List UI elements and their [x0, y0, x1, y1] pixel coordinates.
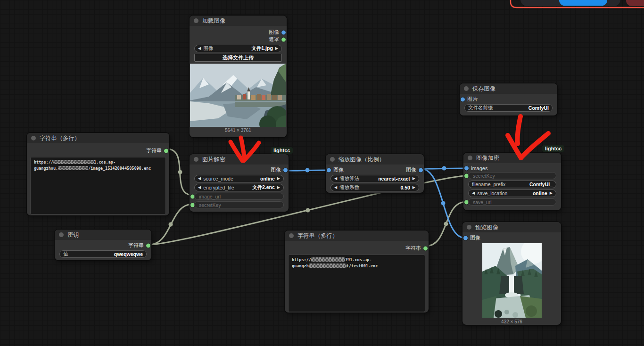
widget-image-file[interactable]: ◀ 图像 文件1.jpg ▶	[194, 45, 282, 52]
output-port-string[interactable]	[146, 243, 150, 247]
node-save-image[interactable]: 保存图像 图片 文件名前缀 ComfyUI	[460, 83, 557, 115]
node-scale-image[interactable]: 缩放图像（比例） 图像 图像 ◀ 缩放算法 nearest-exact ▶ ◀ …	[326, 154, 424, 193]
widget-filename-prefix[interactable]: filename_prefix ComfyUI_	[468, 181, 556, 188]
output-row-mask: 遮罩	[190, 36, 287, 43]
arrow-right-icon[interactable]: ▶	[413, 177, 415, 181]
widget-encrypted-file[interactable]: ◀ encrypted_file 文件2.enc ▶	[194, 184, 284, 191]
io-row-image: 图像 图像	[326, 166, 424, 173]
arrow-left-icon[interactable]: ◀	[334, 186, 337, 189]
wire-stringbottom-to-encrypt-saveurl[interactable]	[426, 202, 466, 246]
node-string-multiline-bottom[interactable]: 字符串（多行） 字符串 https://791.cos.ap- guangzht…	[285, 231, 429, 313]
node-title: 图片解密	[202, 156, 225, 164]
input-label: 图像	[470, 234, 480, 241]
collapse-dot-icon[interactable]	[194, 157, 198, 162]
collapse-dot-icon[interactable]	[31, 136, 36, 140]
output-port-string[interactable]	[164, 148, 168, 153]
widget-scale-method[interactable]: ◀ 缩放算法 nearest-exact ▶	[330, 175, 419, 182]
widget-source-mode[interactable]: ◀ source_mode online ▶	[194, 175, 284, 182]
converted-input-pill[interactable]: secretKey	[468, 172, 556, 179]
collapse-dot-icon[interactable]	[330, 157, 335, 162]
collapse-dot-icon[interactable]	[468, 156, 472, 160]
output-port-image[interactable]	[419, 168, 423, 172]
output-port-mask[interactable]	[281, 37, 286, 41]
output-port-string[interactable]	[423, 246, 428, 250]
node-title-bar[interactable]: 密钥	[55, 230, 151, 240]
node-title-bar[interactable]: 缩放图像（比例）	[326, 154, 424, 165]
node-title-bar[interactable]: 图像加密	[463, 153, 561, 163]
collapse-dot-icon[interactable]	[194, 18, 198, 23]
redacted-text-block	[309, 264, 347, 268]
node-title-bar[interactable]: 图片解密	[190, 154, 289, 165]
output-port-image[interactable]	[281, 30, 286, 34]
input-label: 图像	[333, 166, 344, 173]
arrow-left-icon[interactable]: ◀	[472, 191, 475, 195]
wire-scale-to-encrypt-images[interactable]	[421, 168, 466, 169]
toolbar-red-button[interactable]	[626, 0, 644, 6]
wire-stringleft-to-decrypt-imageurl[interactable]	[167, 149, 193, 195]
node-load-image[interactable]: 加载图像 图像 遮罩 ◀ 图像 文件1.jpg ▶ 选择文件上传	[190, 16, 287, 137]
input-label: secretKey	[199, 202, 221, 208]
wire-decrypt-to-scale[interactable]	[286, 170, 329, 171]
arrow-left-icon[interactable]: ◀	[198, 177, 201, 181]
node-title-bar[interactable]: 预览图像	[462, 222, 561, 232]
widget-save-location[interactable]: ◀ save_location online ▶	[468, 189, 556, 197]
output-label: 图像	[271, 166, 281, 173]
multiline-text-input[interactable]: https://1.cos.ap- guangzhou./image_15142…	[30, 157, 166, 214]
input-row-secretkey: secretKey	[463, 172, 561, 179]
node-image-encrypt[interactable]: 图像加密 images secretKey filename_prefix Co…	[463, 153, 561, 210]
output-label: 图像	[269, 29, 279, 36]
input-label: images	[471, 165, 487, 171]
arrow-left-icon[interactable]: ◀	[198, 47, 201, 50]
arrow-right-icon[interactable]: ▶	[413, 186, 415, 189]
node-string-multiline-left[interactable]: 字符串（多行） 字符串 https://1.cos.ap- guangzhou.…	[27, 133, 169, 215]
url-text: 1.cos.ap-	[94, 160, 116, 165]
input-port-image[interactable]	[327, 168, 331, 172]
collapse-dot-icon[interactable]	[289, 233, 294, 238]
comfyui-node-graph-canvas[interactable]: { "colors": { "link_image": "#579fe5", "…	[0, 0, 644, 346]
widget-label: 图像	[203, 45, 213, 52]
widget-scale-factor[interactable]: ◀ 缩放系数 0.50 ▶	[330, 184, 419, 191]
output-label: 图像	[406, 166, 416, 173]
upload-file-button[interactable]: 选择文件上传	[194, 54, 282, 62]
arrow-right-icon[interactable]: ▶	[277, 186, 280, 189]
output-row-string: 字符串	[55, 242, 151, 249]
node-image-decrypt[interactable]: 图片解密 图像 ◀ source_mode online ▶ ◀ encrypt…	[190, 154, 289, 212]
output-label: 字符串	[128, 242, 144, 249]
redacted-text-block	[53, 160, 94, 164]
collapse-dot-icon[interactable]	[59, 232, 64, 237]
input-port-images[interactable]	[464, 166, 469, 170]
node-title-bar[interactable]: 保存图像	[460, 83, 557, 94]
node-title: 字符串（多行）	[297, 232, 338, 240]
node-title-bar[interactable]: 字符串（多行）	[27, 133, 169, 143]
arrow-right-icon[interactable]: ▶	[277, 177, 280, 181]
input-port-image[interactable]	[463, 236, 468, 240]
widget-filename-prefix[interactable]: 文件名前缀 ComfyUI	[464, 104, 553, 112]
collapse-dot-icon[interactable]	[464, 86, 469, 91]
widget-value: qweqweqwe	[114, 251, 143, 257]
url-text: /image_151420844505098.enc	[88, 166, 151, 171]
converted-input-pill[interactable]: secretKey	[194, 201, 284, 208]
node-title-bar[interactable]: 加载图像	[190, 16, 287, 26]
widget-value: 文件1.jpg	[251, 45, 273, 52]
collapse-dot-icon[interactable]	[467, 225, 471, 230]
node-title-bar[interactable]: 字符串（多行）	[285, 231, 429, 241]
waterfall-mountain-photo	[482, 243, 542, 318]
node-title: 保存图像	[472, 85, 495, 93]
node-title: 缩放图像（比例）	[339, 156, 385, 164]
widget-value-field[interactable]: 值 qweqweqwe	[59, 250, 147, 258]
arrow-right-icon[interactable]: ▶	[275, 47, 278, 50]
converted-input-pill[interactable]: save_url	[468, 198, 556, 206]
converted-input-pill[interactable]: image_url	[194, 193, 284, 200]
arrow-left-icon[interactable]: ◀	[198, 186, 201, 189]
node-preview-image[interactable]: 预览图像 图像 432 × 576	[462, 222, 561, 325]
arrow-left-icon[interactable]: ◀	[334, 177, 337, 181]
output-port-image[interactable]	[283, 168, 288, 172]
input-port-image[interactable]	[461, 97, 465, 101]
redacted-text-block	[311, 257, 345, 262]
toolbar-primary-blue-button[interactable]	[559, 0, 607, 6]
output-row-string: 字符串	[285, 245, 429, 252]
arrow-right-icon[interactable]: ▶	[550, 191, 553, 195]
url-text: https://	[292, 257, 311, 262]
multiline-text-input[interactable]: https://791.cos.ap- guangzht/test001.enc	[288, 255, 425, 312]
node-secret-key[interactable]: 密钥 字符串 值 qweqweqwe	[55, 230, 151, 260]
